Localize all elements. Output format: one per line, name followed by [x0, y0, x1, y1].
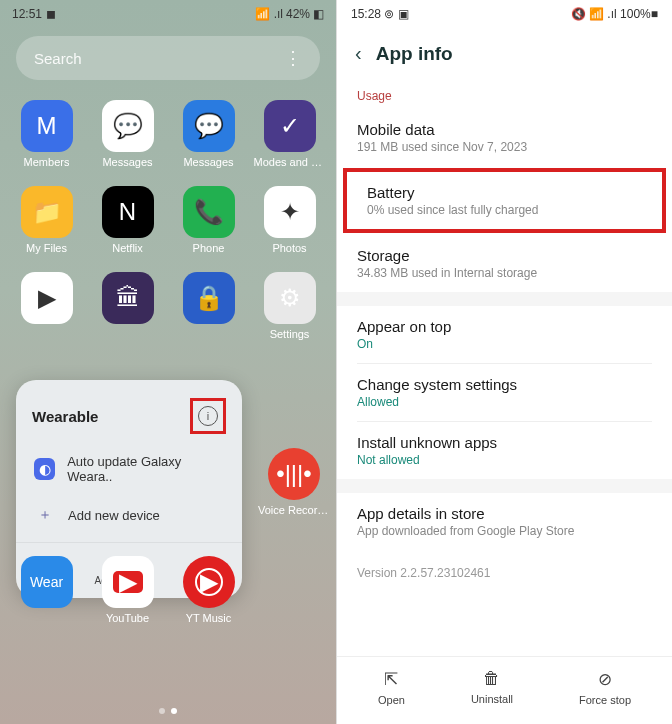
app-icon: 🏛: [102, 272, 154, 324]
page-title: App info: [376, 43, 453, 65]
update-icon: ◐: [34, 458, 55, 480]
more-icon[interactable]: ⋮: [284, 47, 302, 69]
action-force-stop[interactable]: ⊘Force stop: [579, 669, 631, 706]
version-text: Version 2.2.57.23102461: [337, 550, 672, 596]
add-icon: ＋: [34, 504, 56, 526]
search-placeholder: Search: [34, 50, 284, 67]
setting-appear-on-top[interactable]: Appear on topOn: [337, 306, 672, 363]
app-info-screen: 15:28 ⊚ ▣ 🔇 📶 .ıl 100%■ ‹ App info Usage…: [336, 0, 672, 724]
app-item[interactable]: ⚙Settings: [251, 272, 328, 340]
app-ytmusic[interactable]: ▶YT Music: [170, 556, 247, 624]
app-icon: ✓: [264, 100, 316, 152]
clock: 12:51: [12, 7, 42, 21]
app-icon: ✦: [264, 186, 316, 238]
app-icon: 📁: [21, 186, 73, 238]
app-item[interactable]: 💬Messages: [170, 100, 247, 168]
setting-battery[interactable]: Battery0% used since last fully charged: [347, 172, 662, 229]
open-icon: ⇱: [384, 669, 398, 690]
status-icons: 🔇 📶 .ıl 100%■: [571, 7, 658, 21]
app-info-button[interactable]: i: [190, 398, 226, 434]
app-item[interactable]: ▶: [8, 272, 85, 340]
setting-app-details-in-store[interactable]: App details in storeApp downloaded from …: [337, 493, 672, 550]
status-bar: 12:51 ◼ 📶 .ıl 42%◧: [0, 0, 336, 28]
app-item[interactable]: 🏛: [89, 272, 166, 340]
app-youtube[interactable]: ▶YouTube: [89, 556, 166, 624]
status-bar: 15:28 ⊚ ▣ 🔇 📶 .ıl 100%■: [337, 0, 672, 28]
search-bar[interactable]: Search ⋮: [16, 36, 320, 80]
back-button[interactable]: ‹: [355, 42, 362, 65]
clock: 15:28: [351, 7, 381, 21]
app-item[interactable]: ✦Photos: [251, 186, 328, 254]
popup-title: Wearable: [32, 408, 98, 425]
setting-change-system-settings[interactable]: Change system settingsAllowed: [337, 364, 672, 421]
status-icons: 📶 .ıl 42%◧: [255, 7, 324, 21]
app-item[interactable]: ✓Modes and Rout..: [251, 100, 328, 168]
app-icon: 🔒: [183, 272, 235, 324]
action-open[interactable]: ⇱Open: [378, 669, 405, 706]
app-item[interactable]: 📁My Files: [8, 186, 85, 254]
app-icon: ▶: [21, 272, 73, 324]
app-icon: N: [102, 186, 154, 238]
setting-mobile-data[interactable]: Mobile data191 MB used since Nov 7, 2023: [337, 109, 672, 166]
header: ‹ App info: [337, 28, 672, 81]
usage-section-label: Usage: [337, 81, 672, 109]
ytmusic-icon: ▶: [183, 556, 235, 608]
dock-row: Wear ▶YouTube ▶YT Music: [0, 556, 336, 624]
home-screen: 12:51 ◼ 📶 .ıl 42%◧ Search ⋮ MMembers💬Mes…: [0, 0, 336, 724]
youtube-icon: ▶: [102, 556, 154, 608]
page-indicator: [159, 708, 177, 714]
wear-icon: Wear: [21, 556, 73, 608]
highlight-battery: Battery0% used since last fully charged: [343, 168, 666, 233]
app-wear[interactable]: Wear: [8, 556, 85, 624]
app-icon: 💬: [102, 100, 154, 152]
bottom-actions: ⇱Open🗑Uninstall⊘Force stop: [337, 656, 672, 724]
app-item[interactable]: 🔒: [170, 272, 247, 340]
app-voice-recorder[interactable]: •|||• Voice Recorder: [258, 448, 330, 516]
action-uninstall[interactable]: 🗑Uninstall: [471, 669, 513, 706]
app-item[interactable]: NNetflix: [89, 186, 166, 254]
app-item[interactable]: 📞Phone: [170, 186, 247, 254]
setting-storage[interactable]: Storage34.83 MB used in Internal storage: [337, 235, 672, 292]
popup-item[interactable]: ◐ Auto update Galaxy Weara..: [16, 444, 242, 494]
force stop-icon: ⊘: [598, 669, 612, 690]
voice-recorder-icon: •|||•: [268, 448, 320, 500]
setting-install-unknown-apps[interactable]: Install unknown appsNot allowed: [337, 422, 672, 479]
app-icon: 💬: [183, 100, 235, 152]
app-grid: MMembers💬Messages💬Messages✓Modes and Rou…: [0, 88, 336, 352]
popup-item[interactable]: ＋ Add new device: [16, 494, 242, 536]
app-icon: M: [21, 100, 73, 152]
notif-icon: ◼: [46, 7, 56, 21]
app-item[interactable]: MMembers: [8, 100, 85, 168]
info-icon: i: [198, 406, 218, 426]
uninstall-icon: 🗑: [483, 669, 500, 689]
app-icon: 📞: [183, 186, 235, 238]
app-icon: ⚙: [264, 272, 316, 324]
app-item[interactable]: 💬Messages: [89, 100, 166, 168]
